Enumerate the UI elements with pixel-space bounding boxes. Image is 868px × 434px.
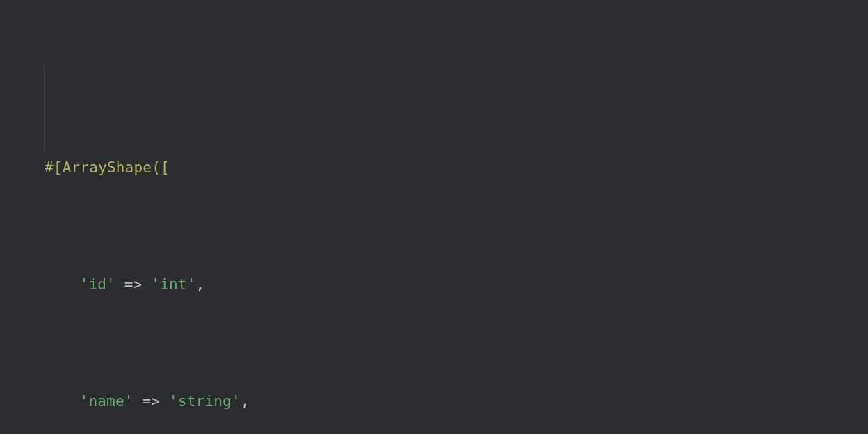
array-key: 'id' <box>80 276 115 293</box>
indent-guide <box>44 65 45 153</box>
comma: , <box>196 276 205 293</box>
array-key: 'name' <box>80 393 134 410</box>
array-value: 'int' <box>151 276 195 293</box>
attr-arg-open: ([ <box>152 159 170 176</box>
arrow-op: => <box>124 276 143 293</box>
array-value: 'string' <box>169 393 241 410</box>
code-editor[interactable]: #[ArrayShape([ 'id' => 'int', 'name' => … <box>0 0 868 434</box>
comma: , <box>241 393 250 410</box>
code-line: #[ArrayShape([ <box>0 153 868 182</box>
code-line: 'id' => 'int', <box>0 270 868 299</box>
arrow-op: => <box>142 393 160 410</box>
attr-open: #[ <box>45 159 63 176</box>
attr-name: ArrayShape <box>63 159 152 176</box>
code-line: 'name' => 'string', <box>0 387 868 416</box>
